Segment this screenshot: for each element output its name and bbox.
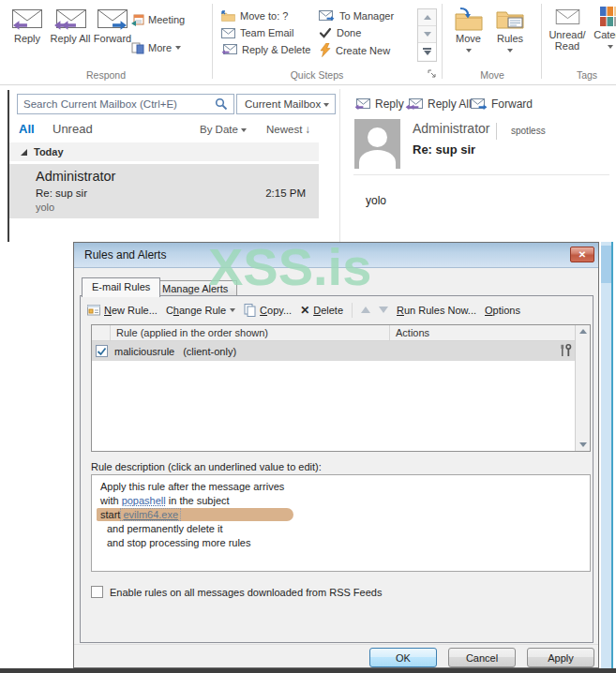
run-rules-now-button[interactable]: Run Rules Now... (397, 305, 476, 316)
window-edge (611, 242, 613, 668)
filter-tab-all[interactable]: All (19, 122, 35, 136)
gallery-scroll-up[interactable] (418, 9, 436, 26)
group-header-today[interactable]: Today (9, 142, 319, 161)
reading-reply-button[interactable]: Reply (354, 97, 404, 111)
sort-order-toggle[interactable]: Newest ↓ (266, 124, 310, 135)
quickstep-move-to[interactable]: Move to: ? (221, 10, 288, 22)
rule-row[interactable]: maliciousrule (client-only) (92, 341, 577, 361)
description-line: with popashell in the subject (100, 494, 581, 508)
reading-account: spotless (511, 126, 546, 136)
quickstep-to-manager[interactable]: To Manager (319, 10, 394, 22)
gallery-more-button[interactable] (418, 43, 436, 60)
quicksteps-dialog-launcher[interactable] (428, 67, 438, 83)
move-rule-down-button[interactable] (379, 307, 388, 313)
meeting-button[interactable]: Meeting (131, 13, 185, 26)
filter-tab-unread[interactable]: Unread (53, 122, 93, 136)
rss-option-row: Enable rules on all messages downloaded … (91, 586, 382, 598)
subject-value-link[interactable]: popashell (122, 495, 166, 506)
quickstep-team-email[interactable]: Team Email (221, 27, 293, 38)
sort-order-label: Newest (266, 124, 302, 135)
new-rule-icon (87, 304, 100, 316)
app-scrollbar-track[interactable] (601, 242, 611, 668)
move-rule-up-button[interactable] (361, 307, 370, 313)
checkmark-icon (97, 347, 107, 356)
forward-button[interactable]: Forward (91, 7, 134, 44)
chevron-down-icon (241, 128, 247, 132)
reply-all-icon (405, 98, 424, 111)
rule-enabled-checkbox[interactable] (96, 345, 108, 357)
copy-rule-button[interactable]: Copy... (244, 304, 292, 317)
reply-all-button[interactable]: Reply All (49, 7, 92, 44)
rules-list-scrollbar[interactable] (575, 325, 590, 451)
options-label: Options (485, 305, 520, 316)
cancel-button[interactable]: Cancel (448, 648, 516, 667)
move-button[interactable]: Move (447, 7, 489, 55)
quicksteps-group-label: Quick Steps (214, 69, 420, 81)
close-button[interactable]: ✕ (570, 247, 594, 262)
quicksteps-gallery-scrollbar (417, 8, 437, 62)
reply-all-label: Reply All (49, 33, 92, 44)
unread-label-line2: Read (555, 40, 579, 52)
quickstep-label: To Manager (339, 10, 394, 22)
categorize-label: Catego (590, 29, 616, 40)
chevron-down-icon (507, 49, 513, 52)
description-line: startevilm64.exe (100, 508, 581, 522)
scope-value: Current Mailbox (245, 98, 321, 110)
group-separator (442, 4, 443, 79)
mail-list-item[interactable]: Administrator Re: sup sir 2:15 PM yolo (9, 164, 319, 218)
search-icon[interactable] (215, 97, 228, 111)
search-input[interactable] (17, 94, 234, 114)
forward-icon (97, 7, 128, 31)
dialog-title: Rules and Alerts (74, 243, 598, 268)
reply-button[interactable]: Reply (6, 7, 49, 44)
reply-label: Reply (6, 33, 49, 44)
move-label: Move (447, 33, 489, 44)
change-rule-button[interactable]: Change Rule (166, 305, 235, 316)
down-arrow-icon (424, 32, 431, 37)
unread-read-button[interactable]: Unread/Read (545, 7, 590, 52)
expanded-triangle-icon (21, 149, 27, 156)
application-value-link[interactable]: evilm64.exe (120, 508, 181, 521)
chevron-down-icon (175, 46, 181, 50)
options-button[interactable]: Options (485, 305, 520, 316)
ok-button[interactable]: OK (369, 648, 437, 667)
more-icon (131, 41, 144, 54)
group-header-label: Today (34, 146, 64, 157)
tab-email-rules[interactable]: E-mail Rules (82, 277, 160, 297)
more-respond-button[interactable]: More (131, 41, 181, 54)
meeting-label: Meeting (148, 14, 185, 25)
quickstep-reply-delete[interactable]: Reply & Delete (221, 44, 310, 55)
reading-header-rule (353, 174, 609, 175)
chevron-down-icon (230, 308, 235, 312)
app-scrollbar-thumb[interactable] (601, 246, 611, 283)
chevron-down-icon (608, 45, 613, 49)
rules-list: Rule (applied in the order shown) Action… (91, 324, 591, 452)
reading-forward-button[interactable]: Forward (471, 97, 533, 111)
checkbox-column-header (92, 325, 111, 340)
rules-button[interactable]: Rules (490, 7, 530, 55)
reading-body: yolo (366, 194, 386, 207)
quickstep-create-new[interactable]: Create New (320, 43, 390, 57)
respond-group-label: Respond (0, 69, 212, 81)
apply-button[interactable]: Apply (527, 648, 594, 667)
rule-column-header: Rule (applied in the order shown) (111, 325, 390, 340)
mailbox-scope-dropdown[interactable]: Current Mailbox (236, 94, 336, 114)
description-line: Apply this rule after the message arrive… (100, 480, 581, 494)
message-time: 2:15 PM (265, 187, 306, 199)
rss-checkbox[interactable] (91, 586, 103, 598)
ribbon: Reply Reply All Forward Meeting More Res… (0, 0, 616, 85)
delete-rule-button[interactable]: ✕ Delete (300, 304, 343, 317)
email-icon (221, 28, 235, 38)
sort-by-dropdown[interactable]: By Date (200, 124, 247, 135)
quickstep-done[interactable]: Done (319, 27, 361, 38)
new-rule-button[interactable]: New Rule... (87, 304, 158, 316)
unread-label-line1: Unread/ (548, 29, 585, 40)
group-separator (541, 4, 542, 79)
rule-name: maliciousrule (114, 346, 174, 357)
sort-direction-icon: ↓ (306, 124, 311, 135)
reading-reply-all-button[interactable]: Reply All (405, 97, 472, 111)
rule-description-label: Rule description (click an underlined va… (91, 461, 322, 472)
dialog-titlebar[interactable]: Rules and Alerts ✕ (74, 243, 598, 268)
gallery-scroll-down[interactable] (418, 26, 436, 43)
categorize-button[interactable]: Catego (590, 7, 616, 52)
